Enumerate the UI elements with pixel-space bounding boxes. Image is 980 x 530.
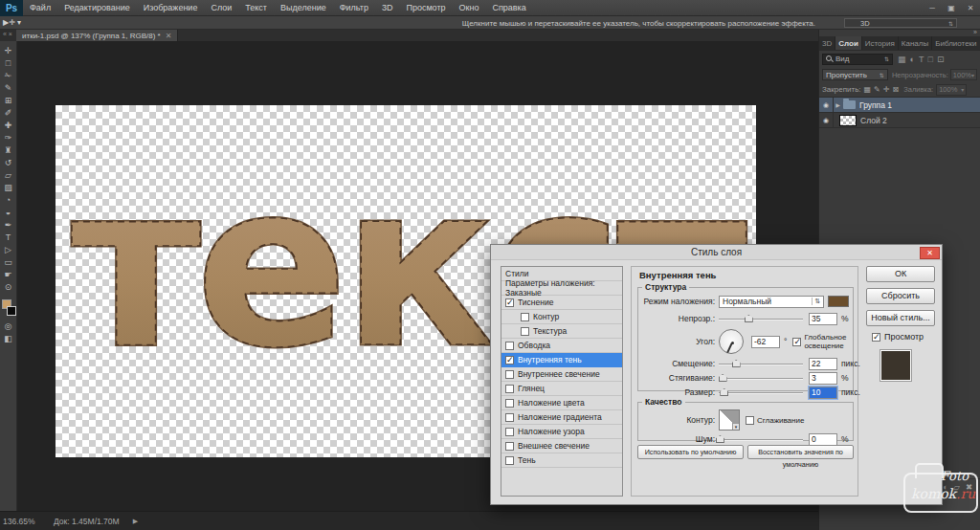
noise-field[interactable]: 0: [809, 433, 837, 446]
smart-object-filter[interactable]: ⊡: [937, 55, 945, 64]
panel-tab[interactable]: 3D: [819, 36, 835, 50]
pixel-layer-filter[interactable]: ▦: [898, 55, 906, 64]
type-layer-filter[interactable]: T: [919, 55, 924, 64]
opacity-field[interactable]: 100% ▾: [950, 69, 977, 80]
style-list-item[interactable]: Внешнее свечение: [501, 439, 622, 453]
opacity-slider[interactable]: [719, 314, 803, 323]
path-selection-tool-icon[interactable]: ▷: [1, 244, 16, 256]
layer-row[interactable]: ◉▶Группа 1: [819, 98, 980, 113]
contour-dropdown-icon[interactable]: ▾: [732, 423, 739, 430]
antialias-checkbox[interactable]: Сглаживание: [746, 416, 804, 425]
panel-tab[interactable]: Каналы: [899, 36, 932, 50]
dialog-title[interactable]: Стиль слоя: [491, 245, 942, 260]
group-expand-icon[interactable]: ▶: [834, 101, 842, 108]
reset-to-default-button[interactable]: Восстановить значения по умолчанию: [747, 445, 854, 459]
dock-collapse-icon[interactable]: »: [819, 30, 980, 36]
panel-tab[interactable]: Библиотеки: [932, 36, 980, 50]
style-list-item[interactable]: Обводка: [501, 339, 622, 353]
lock-transparency-icon[interactable]: ▦: [864, 85, 872, 94]
shape-tool-icon[interactable]: ▭: [1, 256, 16, 269]
lock-paint-icon[interactable]: ✎: [874, 85, 880, 94]
type-tool-icon[interactable]: T: [1, 232, 16, 244]
layer-thumbnail[interactable]: [839, 115, 857, 126]
menu-item[interactable]: Текст: [238, 0, 274, 16]
brush-tool-icon[interactable]: ✑: [1, 132, 16, 144]
menu-item[interactable]: 3D: [375, 0, 400, 16]
distance-field[interactable]: 22: [809, 358, 837, 370]
marquee-tool-icon[interactable]: □: [1, 57, 16, 70]
panel-tab[interactable]: История: [862, 36, 899, 50]
style-checkbox[interactable]: [505, 385, 514, 393]
style-list-item[interactable]: Тень: [501, 453, 622, 468]
tab-close-icon[interactable]: ✕: [166, 32, 172, 40]
menu-item[interactable]: Справка: [485, 0, 532, 16]
global-light-checkbox-box[interactable]: [792, 338, 801, 346]
healing-brush-tool-icon[interactable]: ✚: [1, 120, 16, 132]
menu-item[interactable]: Слои: [204, 0, 238, 16]
workspace-switcher[interactable]: 3D ⇅: [844, 18, 957, 28]
dodge-tool-icon[interactable]: ◒: [1, 207, 16, 219]
pen-tool-icon[interactable]: ✒: [1, 219, 16, 232]
menu-item[interactable]: Изображение: [137, 0, 205, 16]
eyedropper-tool-icon[interactable]: ✐: [1, 107, 16, 120]
visibility-eye-icon[interactable]: ◉: [819, 113, 834, 127]
preview-checkbox[interactable]: Просмотр: [872, 332, 935, 342]
shadow-color-swatch[interactable]: [828, 296, 849, 307]
visibility-eye-icon[interactable]: ◉: [819, 98, 834, 112]
menu-item[interactable]: Редактирование: [57, 0, 137, 16]
antialias-checkbox-box[interactable]: [746, 416, 754, 425]
style-checkbox[interactable]: [505, 342, 514, 350]
size-slider[interactable]: [719, 387, 803, 397]
new-style-button[interactable]: Новый стиль...: [866, 310, 935, 326]
contour-picker[interactable]: ▾: [719, 409, 740, 431]
style-checkbox[interactable]: [505, 370, 514, 379]
background-color-swatch[interactable]: [7, 306, 16, 316]
style-checkbox[interactable]: [505, 413, 514, 422]
menu-item[interactable]: Окно: [453, 0, 486, 16]
choke-field[interactable]: 3: [809, 372, 837, 385]
shape-layer-filter[interactable]: □: [927, 55, 932, 64]
global-light-checkbox[interactable]: Глобальное освещение: [792, 333, 849, 350]
screen-mode-icon[interactable]: ◧: [1, 333, 16, 345]
style-checkbox[interactable]: [505, 456, 514, 465]
angle-field[interactable]: -62: [751, 336, 780, 348]
move-tool-badge-icon[interactable]: ▶✛ ▾: [3, 18, 21, 27]
gradient-tool-icon[interactable]: ▨: [1, 182, 16, 194]
layer-filter-kind-select[interactable]: Вид ⇅: [822, 54, 893, 65]
style-checkbox[interactable]: [505, 428, 514, 436]
angle-dial[interactable]: [719, 329, 744, 354]
lock-all-icon[interactable]: ⊠: [893, 85, 900, 94]
quick-mask-icon[interactable]: ◎: [1, 320, 16, 333]
dialog-close-icon[interactable]: ✕: [920, 247, 940, 259]
crop-tool-icon[interactable]: ⊞: [1, 95, 16, 107]
ok-button[interactable]: ОК: [866, 266, 935, 282]
choke-slider[interactable]: [719, 373, 803, 383]
style-list-item[interactable]: Параметры наложения: Заказные: [501, 281, 622, 296]
style-list-item[interactable]: Наложение цвета: [501, 396, 622, 410]
layer-row[interactable]: ◉Слой 2: [819, 113, 980, 128]
minimize-button-icon[interactable]: ─: [923, 0, 942, 16]
panel-tab[interactable]: Слои: [835, 36, 862, 50]
style-list-item[interactable]: Текстура: [501, 324, 622, 339]
status-flyout-icon[interactable]: ▶: [120, 518, 138, 525]
zoom-tool-icon[interactable]: ⊙: [1, 281, 16, 294]
quick-selection-tool-icon[interactable]: ✎: [1, 82, 16, 95]
lasso-tool-icon[interactable]: ✁: [1, 70, 16, 82]
style-checkbox[interactable]: [521, 313, 529, 321]
eraser-tool-icon[interactable]: ▱: [1, 169, 16, 182]
layer-blend-mode-select[interactable]: Пропустить ⇅: [822, 69, 888, 80]
opacity-field[interactable]: 35: [809, 313, 837, 325]
style-checkbox[interactable]: [505, 442, 514, 451]
fill-field[interactable]: 100% ▾: [936, 84, 967, 96]
noise-slider[interactable]: [719, 434, 803, 444]
document-tab[interactable]: итки-1.psd @ 137% (Группа 1, RGB/8) * ✕: [16, 30, 178, 41]
adjustment-layer-filter[interactable]: ◐: [910, 55, 915, 64]
make-default-button[interactable]: Использовать по умолчанию: [637, 445, 744, 459]
cancel-button[interactable]: Сбросить: [866, 288, 935, 304]
style-list-item[interactable]: Внутреннее свечение: [501, 367, 622, 382]
style-list-item[interactable]: Контур: [501, 310, 622, 324]
hand-tool-icon[interactable]: ☛: [1, 269, 16, 281]
blend-mode-select[interactable]: Нормальный ⇅: [719, 296, 824, 308]
restore-button-icon[interactable]: ▣: [942, 0, 961, 16]
style-list-item[interactable]: Глянец: [501, 382, 622, 396]
